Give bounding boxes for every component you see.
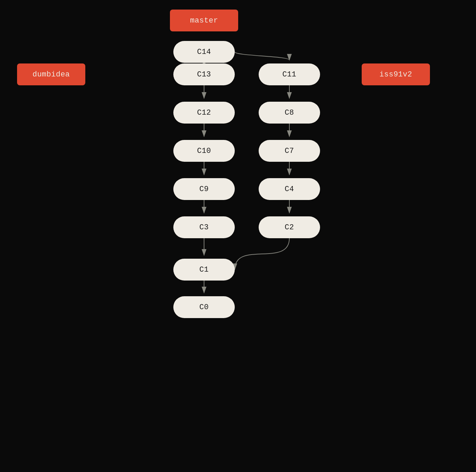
- branch-iss91v2: iss91v2: [362, 63, 430, 85]
- branch-dumbidea: dumbidea: [17, 63, 85, 85]
- commit-C13: C13: [173, 63, 235, 85]
- commit-C8: C8: [259, 102, 320, 124]
- commit-C3: C3: [173, 216, 235, 238]
- commit-C7: C7: [259, 140, 320, 162]
- commit-C12: C12: [173, 102, 235, 124]
- branch-dumbidea-label: dumbidea: [32, 70, 70, 79]
- branch-master: master: [170, 10, 238, 31]
- commit-C0: C0: [173, 296, 235, 318]
- branch-master-label: master: [190, 16, 218, 25]
- diagram-container: master dumbidea iss91v2 C14 C13 C12 C10 …: [0, 0, 476, 472]
- commit-C2: C2: [259, 216, 320, 238]
- commit-C9: C9: [173, 178, 235, 200]
- commit-C1: C1: [173, 259, 235, 281]
- commit-C4: C4: [259, 178, 320, 200]
- commit-C14: C14: [173, 41, 235, 63]
- commit-C10: C10: [173, 140, 235, 162]
- branch-iss91v2-label: iss91v2: [379, 70, 412, 79]
- commit-C11: C11: [259, 63, 320, 85]
